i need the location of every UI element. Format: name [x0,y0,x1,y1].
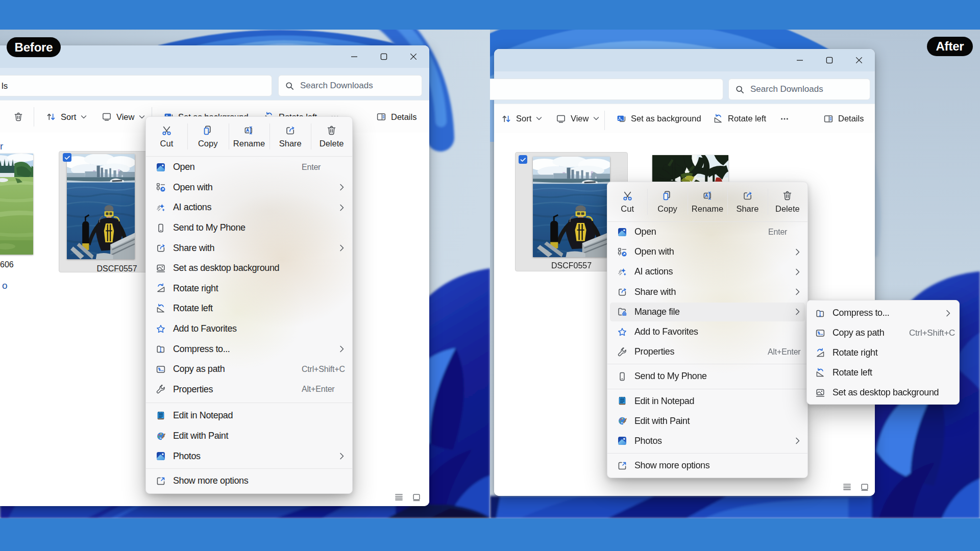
photos-app-icon [617,227,627,237]
list-view-icon[interactable] [842,482,852,492]
ai-actions-icon [156,203,166,213]
submenu-item-copy-as-path[interactable]: Copy as path Ctrl+Shift+C [807,323,959,343]
notepad-icon [156,411,166,421]
submenu-item-rotate-left[interactable]: Rotate left [807,363,959,383]
copy-icon [203,125,213,136]
minimize-button[interactable] [339,45,369,68]
photos-app-icon [156,162,166,172]
menu-item-ai-actions[interactable]: AI actions [607,262,807,282]
menu-item-edit-with-paint[interactable]: Edit with Paint [607,411,807,431]
menu-item-compress-to[interactable]: Compress to... [146,339,352,359]
selection-checkbox[interactable] [63,153,71,162]
menu-item-send-to-my-phone[interactable]: Send to My Phone [146,218,352,238]
rotate-left-button[interactable]: Rotate left [713,104,766,133]
address-bar[interactable]: ls [0,75,272,96]
menu-item-open-with[interactable]: Open with [607,242,807,262]
menu-item-rotate-right[interactable]: Rotate right [146,279,352,299]
menu-item-properties[interactable]: Properties Alt+Enter [146,380,352,400]
menu-item-edit-in-notepad[interactable]: Edit in Notepad [607,391,807,411]
ai-actions-icon [617,267,627,277]
menu-item-properties[interactable]: Properties Alt+Enter [607,342,807,362]
menu-item-add-to-favorites[interactable]: Add to Favorites [146,319,352,339]
chevron-down-icon [139,114,145,120]
properties-icon [156,384,166,394]
context-menu-before: Cut Copy Rename Share Delete [145,116,353,494]
file-thumbnail-golf[interactable] [0,154,33,255]
chevron-down-icon [81,114,87,120]
menu-item-edit-in-notepad[interactable]: Edit in Notepad [146,406,352,426]
menu-item-copy-as-path[interactable]: Copy as path Ctrl+Shift+C [146,359,352,380]
maximize-button[interactable] [369,45,399,68]
menu-item-manage-file[interactable]: Manage file [607,302,807,322]
cut-button[interactable]: Cut [146,117,187,156]
view-icon [556,114,566,124]
menu-item-open[interactable]: Open Enter [607,222,807,242]
rotate-right-icon [815,348,825,358]
sort-button[interactable]: Sort [501,104,542,133]
minimize-button[interactable] [785,49,815,71]
menu-item-ai-actions[interactable]: AI actions [146,197,352,218]
menu-item-photos[interactable]: Photos [146,446,352,466]
delete-button[interactable]: Delete [768,182,807,221]
menu-item-set-as-desktop-background[interactable]: Set as desktop background [146,258,352,279]
search-box[interactable]: Search Downloads [728,79,870,100]
menu-item-photos[interactable]: Photos [607,431,807,451]
view-button[interactable]: View [102,101,145,133]
menu-item-share-with[interactable]: Share with [146,238,352,258]
close-button[interactable] [844,49,874,71]
set-as-background-button[interactable]: Set as background [616,104,701,133]
menu-item-share-with[interactable]: Share with [607,282,807,302]
rotate-left-icon [156,304,166,314]
rename-button[interactable]: Rename [688,182,727,221]
show-more-icon [156,476,166,486]
copy-button[interactable]: Copy [187,117,229,156]
cut-button[interactable]: Cut [607,182,647,221]
copy-button[interactable]: Copy [647,182,687,221]
thumbnail-view-icon[interactable] [412,493,421,502]
search-icon [735,85,745,94]
menu-item-show-more-options[interactable]: Show more options [146,471,352,491]
submenu-item-rotate-right[interactable]: Rotate right [807,343,959,363]
menu-item-open[interactable]: Open Enter [146,157,352,178]
share-button[interactable]: Share [270,117,311,156]
address-bar[interactable] [490,79,723,100]
delete-button[interactable]: Delete [311,117,352,156]
more-options-button[interactable] [779,104,790,133]
menu-item-open-with[interactable]: Open with [146,178,352,198]
star-icon [156,324,166,334]
before-panel: ls Search Downloads Sort [0,30,490,518]
address-row: Search Downloads [494,71,875,104]
share-icon [617,287,627,297]
details-icon [376,112,386,122]
view-button[interactable]: View [556,104,599,133]
chevron-right-icon [338,453,345,460]
menu-item-send-to-my-phone[interactable]: Send to My Phone [607,366,807,386]
delete-toolbar-button[interactable] [13,101,23,133]
thumbnail-view-icon[interactable] [860,483,869,492]
details-button[interactable]: Details [823,104,864,133]
window-titlebar[interactable] [0,45,429,68]
sort-button[interactable]: Sort [46,101,87,133]
copy-icon [662,190,673,201]
menu-items: Open Enter Open with AI actions Share wi… [607,222,807,475]
list-view-icon[interactable] [394,492,404,502]
details-button[interactable]: Details [376,101,416,133]
chevron-down-icon [593,116,599,121]
context-menu-after: Cut Copy Rename Share Delete [607,182,808,478]
chevron-right-icon [945,310,951,317]
submenu-item-compress-to[interactable]: Compress to... [807,303,959,323]
submenu-item-set-as-desktop-background[interactable]: Set as desktop background [807,383,959,403]
menu-item-edit-with-paint[interactable]: Edit with Paint [146,426,352,446]
rename-button[interactable]: Rename [229,117,270,156]
menu-item-add-to-favorites[interactable]: Add to Favorites [607,322,807,342]
selection-checkbox[interactable] [519,155,527,164]
close-button[interactable] [399,45,428,68]
window-titlebar[interactable] [494,49,875,71]
menu-item-rotate-left[interactable]: Rotate left [146,298,352,319]
chevron-right-icon [338,184,345,191]
maximize-button[interactable] [815,49,844,71]
menu-item-show-more-options[interactable]: Show more options [607,456,807,475]
file-label-fragment: 606 [0,260,14,269]
share-button[interactable]: Share [727,182,767,221]
search-box[interactable]: Search Downloads [278,75,422,96]
